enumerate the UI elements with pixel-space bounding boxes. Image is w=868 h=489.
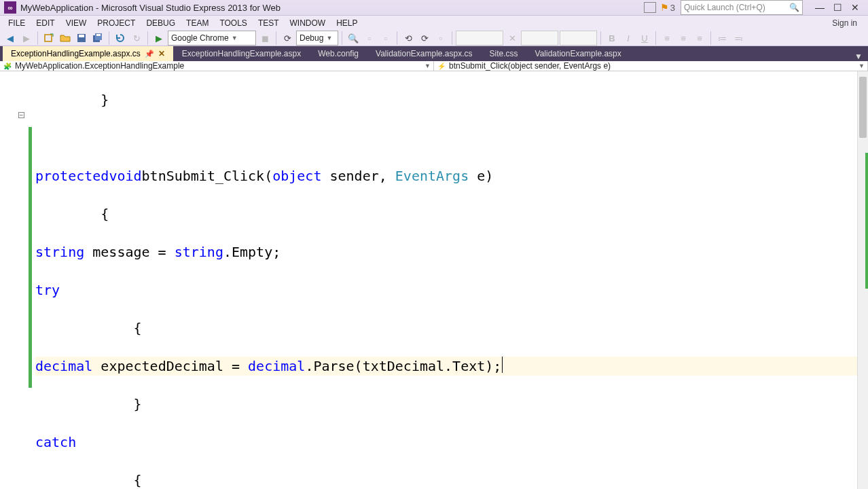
- tab-label: ExceptionHandlingExample.aspx.cs: [11, 49, 141, 58]
- menu-team[interactable]: TEAM: [181, 16, 214, 31]
- outline-collapse-toggle[interactable]: −: [18, 112, 24, 118]
- chevron-down-icon: ▼: [858, 62, 865, 69]
- tab-exception-aspx[interactable]: ExceptionHandlingExample.aspx: [174, 46, 309, 61]
- redo-button[interactable]: ↻: [129, 31, 144, 46]
- menu-file[interactable]: FILE: [3, 16, 31, 31]
- italic-button: I: [621, 31, 636, 46]
- tab-exception-cs[interactable]: ExceptionHandlingExample.aspx.cs 📌 ✕: [3, 46, 173, 61]
- tab-label: ValidationExample.aspx.cs: [376, 49, 473, 58]
- code-editor[interactable]: } protected void btnSubmit_Click(object …: [35, 71, 857, 489]
- disabled-btn: ✕: [505, 31, 520, 46]
- start-debug-button[interactable]: ▶: [151, 31, 166, 46]
- tab-label: ExceptionHandlingExample.aspx: [182, 49, 301, 58]
- menu-edit[interactable]: EDIT: [31, 16, 60, 31]
- refresh-button[interactable]: ⟳: [280, 31, 295, 46]
- chevron-down-icon: ▼: [232, 35, 238, 41]
- document-tabs: ExceptionHandlingExample.aspx.cs 📌 ✕ Exc…: [0, 46, 868, 61]
- scroll-change-marker: [865, 153, 868, 289]
- tab-label: Web.config: [318, 49, 359, 58]
- nav-back-button[interactable]: ◀: [3, 31, 18, 46]
- chevron-down-icon: ▼: [424, 62, 431, 69]
- undo-button[interactable]: [113, 31, 128, 46]
- menu-view[interactable]: VIEW: [60, 16, 92, 31]
- notification-count: 3: [670, 3, 675, 13]
- disabled-combo-1: [456, 31, 503, 46]
- step-button-2: ▫: [378, 31, 393, 46]
- step-button: ▫: [362, 31, 377, 46]
- browser-combo[interactable]: Google Chrome ▼: [168, 31, 256, 46]
- disabled-combo-2: [521, 31, 558, 46]
- svg-rect-0: [45, 35, 52, 41]
- menu-tools[interactable]: TOOLS: [214, 16, 252, 31]
- scrollbar-thumb[interactable]: [859, 77, 867, 138]
- browser-combo-value: Google Chrome: [171, 33, 229, 43]
- open-file-button[interactable]: [58, 31, 73, 46]
- notifications-button[interactable]: ⚑ 3: [660, 2, 675, 13]
- toolbar: ◀ ▶ ↻ ▶ Google Chrome ▼ ◼ ⟳ Debug ▼ 🔍 ▫ …: [0, 31, 868, 46]
- list-button-2: ≕: [731, 31, 746, 46]
- member-combo[interactable]: ⚡ btnSubmit_Click(object sender, EventAr…: [434, 61, 868, 71]
- maximize-button[interactable]: ☐: [829, 1, 846, 14]
- bold-button: B: [604, 31, 619, 46]
- feedback-icon[interactable]: [644, 2, 656, 13]
- svg-rect-2: [79, 35, 84, 37]
- nav-forward-button[interactable]: ▶: [19, 31, 34, 46]
- menu-project[interactable]: PROJECT: [92, 16, 141, 31]
- config-combo-value: Debug: [300, 33, 323, 43]
- editor-area: − } protected void btnSubmit_Click(objec…: [0, 71, 868, 489]
- misc-button: ▫: [433, 31, 448, 46]
- align-center-button: ≡: [676, 31, 691, 46]
- class-combo[interactable]: 🧩 MyWebApplication.ExceptionHandlingExam…: [0, 61, 434, 71]
- class-icon: 🧩: [3, 61, 12, 71]
- tab-label: ValidationExample.aspx: [535, 49, 621, 58]
- tab-validation-aspx[interactable]: ValidationExample.aspx: [527, 46, 630, 61]
- underline-button: U: [637, 31, 652, 46]
- class-combo-value: MyWebApplication.ExceptionHandlingExampl…: [15, 61, 184, 71]
- menu-help[interactable]: HELP: [331, 16, 363, 31]
- disabled-combo-3: [560, 31, 597, 46]
- svg-rect-5: [96, 34, 101, 36]
- vs-logo-icon: ∞: [4, 1, 16, 14]
- window-title: MyWebApplication - Microsoft Visual Stud…: [20, 3, 281, 13]
- menu-window[interactable]: WINDOW: [285, 16, 331, 31]
- stop-debug-button: ◼: [257, 31, 272, 46]
- tab-label: Site.css: [490, 49, 518, 58]
- minimize-button[interactable]: —: [811, 1, 829, 14]
- tab-sitecss[interactable]: Site.css: [482, 46, 526, 61]
- align-left-button: ≡: [659, 31, 674, 46]
- save-button[interactable]: [74, 31, 89, 46]
- search-icon: 🔍: [789, 3, 799, 12]
- member-combo-value: btnSubmit_Click(object sender, EventArgs…: [449, 61, 611, 71]
- config-combo[interactable]: Debug ▼: [296, 31, 338, 46]
- close-button[interactable]: ✕: [846, 1, 864, 14]
- browser-link-refresh[interactable]: ⟳: [417, 31, 432, 46]
- save-all-button[interactable]: [90, 31, 105, 46]
- new-project-button[interactable]: [41, 31, 56, 46]
- nav-bar: 🧩 MyWebApplication.ExceptionHandlingExam…: [0, 61, 868, 71]
- pin-icon[interactable]: 📌: [145, 50, 154, 58]
- sign-in-link[interactable]: Sign in: [832, 18, 857, 28]
- flag-icon: ⚑: [660, 2, 669, 13]
- find-button[interactable]: 🔍: [346, 31, 361, 46]
- quick-launch-placeholder: Quick Launch (Ctrl+Q): [684, 3, 765, 12]
- chevron-down-icon: ▼: [326, 35, 332, 41]
- editor-gutter: −: [0, 71, 35, 489]
- tab-webconfig[interactable]: Web.config: [310, 46, 367, 61]
- tabs-dropdown-button[interactable]: ▼: [849, 52, 868, 61]
- align-right-button: ≡: [692, 31, 707, 46]
- method-icon: ⚡: [437, 61, 446, 71]
- tab-validation-cs[interactable]: ValidationExample.aspx.cs: [367, 46, 481, 61]
- text-cursor: [502, 357, 503, 373]
- close-icon[interactable]: ✕: [158, 49, 165, 58]
- vertical-scrollbar[interactable]: [857, 71, 868, 489]
- change-indicator: [29, 127, 32, 388]
- menu-debug[interactable]: DEBUG: [141, 16, 181, 31]
- browser-link-button[interactable]: ⟲: [401, 31, 416, 46]
- menu-test[interactable]: TEST: [253, 16, 285, 31]
- menu-bar: FILE EDIT VIEW PROJECT DEBUG TEAM TOOLS …: [0, 16, 868, 31]
- current-line: decimal expectedDecimal = decimal.Parse(…: [35, 357, 857, 376]
- title-bar: ∞ MyWebApplication - Microsoft Visual St…: [0, 0, 868, 16]
- list-button: ≔: [715, 31, 729, 46]
- quick-launch-input[interactable]: Quick Launch (Ctrl+Q) 🔍: [681, 0, 803, 15]
